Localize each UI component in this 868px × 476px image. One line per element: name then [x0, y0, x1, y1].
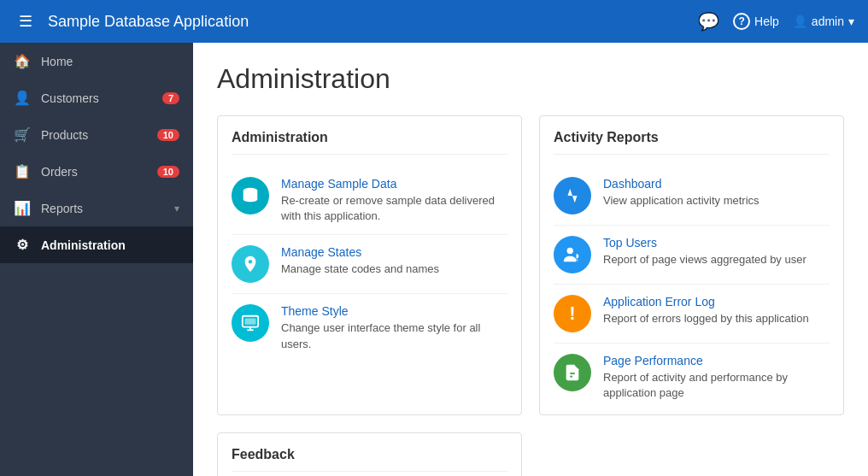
page-performance-link[interactable]: Page Performance — [603, 354, 830, 367]
sidebar-item-orders[interactable]: 📋 Orders 10 — [0, 153, 193, 190]
feedback-card-title: Feedback — [232, 447, 507, 472]
manage-sample-data-link[interactable]: Manage Sample Data — [281, 177, 507, 191]
top-users-item[interactable]: Top Users Report of page views aggregate… — [554, 226, 830, 285]
top-users-link[interactable]: Top Users — [603, 236, 830, 250]
dashboard-desc: View application activity metrics — [603, 194, 760, 207]
activity-reports-card: Activity Reports Dashboard View applicat… — [539, 115, 844, 415]
customers-badge: 7 — [162, 92, 179, 104]
feedback-card: Feedback — [217, 432, 522, 476]
manage-states-text: Manage States Manage state codes and nam… — [281, 245, 507, 277]
chevron-down-icon: ▾ — [174, 203, 179, 214]
app-header: ☰ Sample Database Application 💬 ? Help 👤… — [0, 0, 868, 43]
location-icon — [232, 245, 269, 283]
reports-icon: 📊 — [14, 200, 31, 216]
user-label: admin — [812, 15, 844, 28]
sidebar-item-label: Products — [41, 128, 157, 142]
svg-point-5 — [567, 248, 573, 254]
theme-style-desc: Change user interface theme style for al… — [281, 321, 480, 350]
theme-style-link[interactable]: Theme Style — [281, 304, 507, 318]
theme-style-item[interactable]: Theme Style Change user interface theme … — [232, 294, 507, 351]
help-button[interactable]: ? Help — [733, 13, 779, 30]
dashboard-link[interactable]: Dashboard — [603, 177, 830, 191]
manage-states-item[interactable]: Manage States Manage state codes and nam… — [232, 235, 507, 294]
manage-sample-data-item[interactable]: Manage Sample Data Re-create or remove s… — [232, 167, 507, 235]
app-error-log-link[interactable]: Application Error Log — [603, 295, 830, 309]
chat-icon: 💬 — [698, 11, 719, 32]
manage-sample-data-text: Manage Sample Data Re-create or remove s… — [281, 177, 507, 224]
top-users-icon — [554, 236, 591, 273]
page-title: Administration — [217, 63, 844, 95]
sidebar-item-label: Reports — [41, 202, 174, 215]
administration-card: Administration Manage Sample Data Re-cre… — [217, 115, 522, 415]
sidebar-item-label: Administration — [41, 238, 179, 252]
main-layout: 🏠 Home 👤 Customers 7 🛒 Products 10 📋 Ord… — [0, 43, 868, 476]
orders-badge: 10 — [157, 166, 179, 178]
database-icon — [232, 177, 269, 214]
sidebar-item-label: Customers — [41, 91, 162, 105]
theme-icon — [232, 304, 269, 342]
sidebar-item-customers[interactable]: 👤 Customers 7 — [0, 79, 193, 116]
chat-button[interactable]: 💬 — [698, 11, 719, 32]
theme-style-text: Theme Style Change user interface theme … — [281, 304, 507, 351]
svg-rect-4 — [245, 319, 256, 325]
manage-sample-data-desc: Re-create or remove sample data delivere… — [281, 194, 495, 222]
page-performance-icon — [554, 354, 591, 391]
user-menu-button[interactable]: 👤 admin ▾ — [793, 15, 854, 28]
menu-toggle-button[interactable]: ☰ — [14, 9, 38, 34]
user-icon: 👤 — [793, 15, 807, 28]
chevron-down-icon: ▾ — [848, 15, 854, 28]
app-title: Sample Database Application — [48, 13, 698, 31]
products-badge: 10 — [157, 129, 179, 141]
administration-card-title: Administration — [232, 130, 507, 155]
card-grid: Administration Manage Sample Data Re-cre… — [217, 115, 844, 476]
app-error-log-item[interactable]: ! Application Error Log Report of errors… — [554, 285, 830, 344]
orders-icon: 📋 — [14, 163, 31, 179]
top-users-desc: Report of page views aggregated by user — [603, 253, 806, 266]
sidebar-item-home[interactable]: 🏠 Home — [0, 43, 193, 79]
page-performance-desc: Report of activity and performance by ap… — [603, 371, 788, 399]
dashboard-icon — [554, 177, 591, 214]
sidebar: 🏠 Home 👤 Customers 7 🛒 Products 10 📋 Ord… — [0, 43, 193, 476]
sidebar-item-reports[interactable]: 📊 Reports ▾ — [0, 190, 193, 226]
header-actions: 💬 ? Help 👤 admin ▾ — [698, 11, 854, 32]
help-icon: ? — [733, 13, 750, 30]
app-error-log-desc: Report of errors logged by this applicat… — [603, 312, 809, 325]
main-content: Administration Administration — [193, 43, 868, 476]
sidebar-item-products[interactable]: 🛒 Products 10 — [0, 116, 193, 153]
home-icon: 🏠 — [14, 53, 31, 69]
dashboard-item[interactable]: Dashboard View application activity metr… — [554, 167, 830, 226]
page-performance-text: Page Performance Report of activity and … — [603, 354, 830, 401]
administration-icon: ⚙ — [14, 237, 31, 253]
dashboard-text: Dashboard View application activity metr… — [603, 177, 830, 209]
sidebar-item-label: Home — [41, 55, 179, 68]
sidebar-item-label: Orders — [41, 165, 157, 179]
manage-states-link[interactable]: Manage States — [281, 245, 507, 259]
app-error-log-text: Application Error Log Report of errors l… — [603, 295, 830, 326]
error-log-icon: ! — [554, 295, 591, 332]
activity-reports-card-title: Activity Reports — [554, 130, 830, 155]
sidebar-item-administration[interactable]: ⚙ Administration — [0, 226, 193, 263]
page-performance-item[interactable]: Page Performance Report of activity and … — [554, 344, 830, 401]
top-users-text: Top Users Report of page views aggregate… — [603, 236, 830, 267]
help-label: Help — [754, 15, 779, 28]
manage-states-desc: Manage state codes and names — [281, 262, 439, 275]
customers-icon: 👤 — [14, 90, 31, 106]
products-icon: 🛒 — [14, 126, 31, 143]
